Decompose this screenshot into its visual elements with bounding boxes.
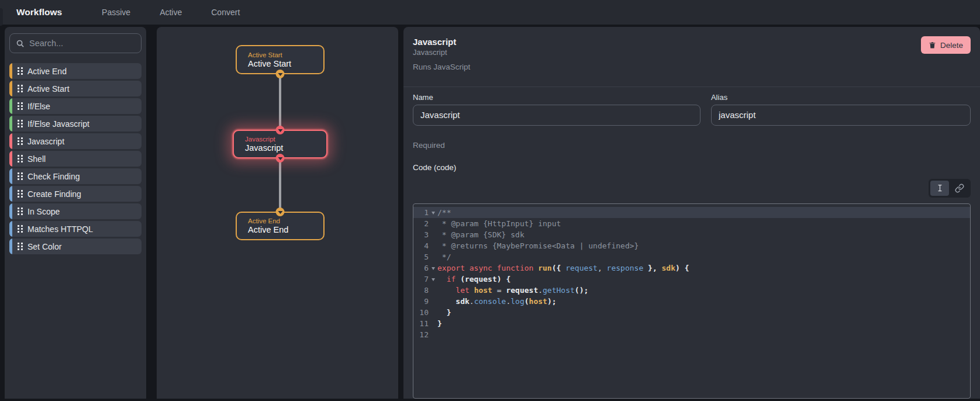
code-line-text: } (437, 318, 442, 329)
code-line[interactable]: 9 sdk.console.log(host); (413, 296, 970, 307)
code-line[interactable]: 8 let host = request.getHost(); (413, 285, 970, 296)
fold-arrow-icon[interactable] (429, 274, 437, 285)
item-color-bar (9, 238, 12, 254)
line-number: 3 (413, 229, 429, 240)
output-connector[interactable] (276, 154, 285, 163)
code-line-text: sdk.console.log(host); (437, 296, 557, 307)
tab-convert[interactable]: Convert (211, 8, 240, 17)
line-number: 6 (413, 262, 429, 274)
node-name-label: Active Start (248, 59, 323, 69)
palette-item-create-finding[interactable]: Create Finding (9, 186, 142, 202)
palette-item-set-color[interactable]: Set Color (9, 238, 142, 254)
code-line-text: } (437, 307, 451, 318)
input-connector[interactable] (276, 208, 285, 216)
line-number: 11 (413, 318, 429, 329)
drag-handle-icon (18, 190, 23, 198)
chevron-down-icon (278, 73, 282, 76)
drag-handle-icon (18, 85, 23, 92)
node-name-label: Javascript (245, 143, 326, 153)
palette-item-label: Active Start (27, 84, 70, 94)
line-number: 5 (413, 251, 429, 262)
item-color-bar (9, 81, 12, 96)
fold-spacer (429, 240, 437, 251)
input-connector[interactable] (276, 126, 285, 134)
code-line[interactable]: 6export async function run({ request, re… (413, 262, 970, 274)
topbar: Workflows Passive Active Convert (0, 0, 980, 25)
fold-spacer (429, 307, 437, 318)
code-line[interactable]: 7 if (request) { (413, 274, 970, 285)
editor-toolbar (413, 179, 971, 198)
item-color-bar (9, 186, 12, 202)
delete-button[interactable]: Delete (921, 36, 971, 54)
node-type-label: Javascript (245, 135, 326, 143)
name-input[interactable] (413, 105, 701, 126)
node-javascript[interactable]: Javascript Javascript (233, 130, 327, 158)
alias-label: Alias (711, 93, 971, 102)
palette-item-label: Active End (27, 67, 67, 76)
code-line[interactable]: 1/** (413, 207, 970, 218)
inspector-panel: Javascript Javascript Runs JavaScript De… (403, 27, 980, 399)
name-field-group: Name (413, 93, 701, 126)
drag-handle-icon (18, 102, 23, 110)
item-color-bar (9, 63, 12, 79)
palette-item-if-else-javascript[interactable]: If/Else Javascript (9, 116, 142, 132)
palette-item-label: In Scope (27, 207, 60, 216)
item-color-bar (9, 168, 12, 184)
chevron-down-icon (278, 211, 282, 214)
node-active-end[interactable]: Active End Active End (236, 212, 325, 240)
link-mode-button[interactable] (950, 181, 969, 196)
node-settings-form: Name Alias (413, 93, 971, 126)
palette-item-active-end[interactable]: Active End (9, 63, 142, 79)
palette-item-check-finding[interactable]: Check Finding (9, 168, 142, 184)
fold-spacer (429, 329, 437, 340)
drag-handle-icon (18, 172, 23, 180)
code-line[interactable]: 2 * @param {HttpInput} input (413, 218, 970, 229)
line-number: 9 (413, 296, 429, 307)
palette-item-if-else[interactable]: If/Else (9, 98, 142, 114)
palette-item-shell[interactable]: Shell (9, 151, 142, 167)
code-line-text: */ (437, 251, 451, 262)
line-number: 8 (413, 285, 429, 296)
search-box[interactable] (9, 33, 142, 53)
code-line[interactable]: 12 (413, 329, 970, 340)
inspector-titles: Javascript Javascript Runs JavaScript (413, 36, 470, 71)
palette-item-label: Create Finding (27, 189, 81, 199)
editor-toolbar-group (929, 179, 971, 198)
code-line[interactable]: 11} (413, 318, 970, 329)
drag-handle-icon (18, 120, 23, 127)
alias-input[interactable] (711, 105, 971, 126)
tab-passive[interactable]: Passive (102, 8, 130, 17)
line-number: 10 (413, 307, 429, 318)
text-cursor-icon (936, 184, 944, 192)
node-type-label: Active End (248, 217, 323, 225)
text-cursor-mode-button[interactable] (930, 181, 949, 196)
code-line[interactable]: 3 * @param {SDK} sdk (413, 229, 970, 240)
palette-item-matches-httpql[interactable]: Matches HTTPQL (9, 221, 142, 237)
palette-item-javascript[interactable]: Javascript (9, 133, 142, 149)
delete-button-label: Delete (940, 41, 963, 50)
line-number: 7 (413, 274, 429, 285)
code-line[interactable]: 4 * @returns {MaybePromise<Data | undefi… (413, 240, 970, 251)
sidebar-scrollbar[interactable] (146, 27, 157, 399)
code-line[interactable]: 10 } (413, 307, 970, 318)
name-label: Name (413, 93, 701, 102)
tab-active[interactable]: Active (160, 8, 182, 17)
search-input[interactable] (29, 39, 139, 48)
palette-item-label: Set Color (27, 242, 61, 251)
required-label: Required (413, 141, 971, 150)
inspector-description: Runs JavaScript (413, 63, 470, 71)
left-edge-handle[interactable] (0, 8, 3, 26)
node-active-start[interactable]: Active Start Active Start (236, 45, 325, 74)
palette-item-in-scope[interactable]: In Scope (9, 203, 142, 219)
fold-spacer (429, 251, 437, 262)
fold-arrow-icon[interactable] (429, 207, 437, 218)
code-line-text: let host = request.getHost(); (437, 285, 588, 296)
code-line[interactable]: 5 */ (413, 251, 970, 262)
palette-item-active-start[interactable]: Active Start (9, 81, 142, 96)
output-connector[interactable] (276, 70, 285, 78)
workflow-canvas[interactable]: Active Start Active Start Javascript Jav… (157, 27, 398, 399)
code-editor[interactable]: 1/**2 * @param {HttpInput} input3 * @par… (413, 203, 971, 399)
palette-item-list: Active EndActive StartIf/ElseIf/Else Jav… (9, 63, 142, 254)
item-color-bar (9, 98, 12, 114)
fold-arrow-icon[interactable] (429, 262, 437, 274)
